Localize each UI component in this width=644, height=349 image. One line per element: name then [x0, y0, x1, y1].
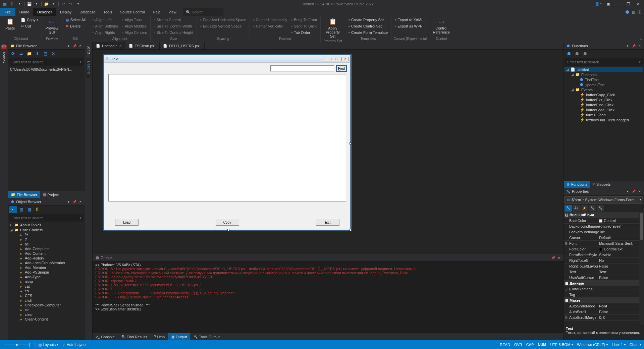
prop-category[interactable]: ⊟Внешний вид	[564, 212, 639, 218]
control-ref-button[interactable]: ▭ Control Reference	[432, 17, 451, 35]
chevron-down-icon[interactable]: ▾	[80, 60, 82, 64]
menu-tools[interactable]: Tools	[99, 8, 116, 16]
exit-button[interactable]: Exit	[316, 219, 339, 226]
status-windows--crlf-[interactable]: Windows (CRLF) ▾	[577, 343, 608, 347]
text-area[interactable]	[108, 74, 346, 201]
menu-view[interactable]: View	[164, 8, 180, 16]
redo-icon[interactable]: ↷	[67, 1, 74, 7]
side-tab-designer[interactable]: Designer	[86, 58, 91, 78]
cmdlet-item[interactable]: ▸clc	[8, 307, 85, 312]
prop-row[interactable]: FormBorderStyleSizable	[564, 252, 639, 258]
find-button[interactable]: FFindind	[336, 65, 347, 72]
cmdlet-item[interactable]: ▸Add-PSSnapin	[8, 270, 85, 275]
options-icon[interactable]: ✕	[50, 50, 57, 57]
maximize-icon[interactable]: ❐	[624, 1, 633, 7]
prop-row[interactable]: BackColorControl	[564, 218, 639, 224]
chevron-down-icon[interactable]: ▾	[80, 216, 82, 220]
cmdlet-item[interactable]: ▸chdir	[8, 298, 85, 303]
cmdlet-item[interactable]: ▸?	[8, 237, 85, 242]
prop-row[interactable]: ⊞(DataBindings)	[564, 286, 639, 292]
menu-help[interactable]: Help	[149, 8, 165, 16]
cmdlet-item[interactable]: ▸cd	[8, 289, 85, 293]
func-group[interactable]: ◢📁Events	[565, 87, 643, 92]
output-tab-tools-output[interactable]: 🔧Tools Output	[190, 333, 223, 340]
tree-root[interactable]: ▸📁About Topics	[8, 222, 85, 227]
toolbox-icon[interactable]: 🧰	[1, 44, 7, 49]
func-item[interactable]: ⚡buttonLoad_Click	[565, 107, 643, 112]
collapse-icon[interactable]: ⊟	[565, 213, 568, 217]
delete-button[interactable]: ✖Delete	[64, 23, 87, 29]
load-button[interactable]: Load	[115, 219, 139, 226]
window-menu-icon[interactable]: ▾	[66, 44, 71, 48]
menu-source-control[interactable]: Source Control	[116, 8, 149, 16]
cmdlet-item[interactable]: ▸CFS	[8, 293, 85, 298]
cmdlet-item[interactable]: ▸Add-History	[8, 256, 85, 260]
menu-designer[interactable]: Designer	[33, 8, 56, 16]
folder-icon[interactable]: 📁	[43, 1, 50, 7]
dropdown-icon[interactable]: ▾	[33, 1, 40, 7]
func-item[interactable]: ⚡textboxFind_TextChanged	[565, 117, 643, 122]
menu-database[interactable]: Database	[75, 8, 99, 16]
save-icon[interactable]: 💾	[26, 1, 33, 7]
layout-icon[interactable]: ▥	[632, 10, 635, 14]
file-browser-search[interactable]: ▾	[9, 58, 84, 66]
func-item[interactable]: ⚡form1_Load	[565, 112, 643, 117]
ribbon-create-form-template[interactable]: ▫Create Form Template	[347, 30, 389, 36]
pin-icon[interactable]: 📌	[631, 189, 636, 194]
func-group[interactable]: ◢📁Functions	[565, 72, 643, 77]
filter-icon[interactable]: ▤	[42, 50, 49, 57]
chevron-down-icon[interactable]: ▾	[640, 198, 641, 201]
pin-icon[interactable]: 📌	[631, 44, 636, 48]
prop-row[interactable]: ⊞FontMicrosoft Sans Serif;	[564, 241, 639, 246]
db-icon[interactable]: 🛢	[34, 206, 41, 213]
maximize-icon[interactable]: ▢	[333, 57, 340, 61]
module-icon[interactable]: ▥	[17, 206, 25, 213]
dropdown-icon[interactable]: ▾	[16, 1, 23, 7]
dropdown-icon[interactable]: ▾	[50, 1, 57, 7]
window-options-icon[interactable]: ▣	[604, 1, 612, 7]
status-read[interactable]: READ	[500, 343, 510, 347]
status-line--1[interactable]: Line: 1 ▾	[612, 343, 626, 347]
doc-tab-untitled--[interactable]: 📄Untitled *✕	[93, 42, 125, 49]
prop-row[interactable]: AutoScrollFalse	[564, 309, 639, 315]
cmdlet-item[interactable]: ▸clear	[8, 312, 85, 317]
output-text[interactable]: >> Platform: V5 64Bit (STA)ERROR: & : Не…	[93, 261, 564, 333]
prop-events-icon[interactable]: ⚡	[581, 205, 588, 212]
prop-row[interactable]: TextText	[564, 269, 639, 275]
side-tab-script[interactable]: Script	[86, 42, 91, 58]
status-ovr[interactable]: OVR	[514, 343, 522, 347]
file-path[interactable]: C:\Users\st807690\Documents\SAPIEN...	[8, 66, 85, 73]
copy-button[interactable]: 📄Copy▾	[19, 17, 40, 23]
minimize-icon[interactable]: –	[324, 57, 331, 61]
paste-button[interactable]: 📋 Paste	[2, 17, 18, 31]
window-menu-icon[interactable]: ▾	[625, 189, 630, 194]
user-icon[interactable]: 👤⁺	[594, 1, 602, 7]
func-expand-icon[interactable]: ⬢	[565, 50, 573, 57]
cmdlet-item[interactable]: ▸Add-Type	[8, 275, 85, 279]
tab-functions[interactable]: ⬢Functions	[564, 181, 590, 188]
assembly-icon[interactable]: ▦	[25, 206, 33, 213]
collapse-icon[interactable]: ⊟	[565, 298, 568, 303]
pin-icon[interactable]: 📌	[551, 255, 555, 260]
output-tab-console[interactable]: >_Console	[93, 333, 118, 340]
menu-home[interactable]: Home	[15, 8, 33, 16]
tree-root[interactable]: ◢📁Core Cmdlets	[8, 227, 85, 232]
prop-row[interactable]: Tag	[564, 292, 639, 298]
sync-icon[interactable]: ⇄	[17, 50, 25, 57]
ps-icon[interactable]: >_	[9, 206, 17, 213]
tab-project[interactable]: ▤Project	[40, 191, 61, 198]
prop-row[interactable]: CursorDefault	[564, 235, 639, 241]
cmdlet-item[interactable]: ▸Add-Computer	[8, 246, 85, 251]
func-sort-icon[interactable]: ⬢	[581, 50, 589, 57]
file-browser-search-input[interactable]	[11, 60, 80, 64]
toolbox-tab[interactable]: Toolbox	[1, 49, 6, 66]
apply-propset-button[interactable]: 📋 Apply Property Set	[323, 17, 343, 39]
undo-icon[interactable]: ↶	[60, 1, 67, 7]
close-icon[interactable]: ✕	[78, 44, 83, 48]
info-icon[interactable]: ⓘ	[638, 10, 641, 15]
ribbon-collapse-icon[interactable]: ︿	[640, 37, 643, 41]
dropdown-icon[interactable]: ▾	[75, 1, 82, 7]
object-browser-search[interactable]: ▾	[9, 214, 84, 222]
func-item[interactable]: ⚡buttonExit_Click	[565, 97, 643, 102]
functions-search-input[interactable]	[567, 60, 639, 64]
